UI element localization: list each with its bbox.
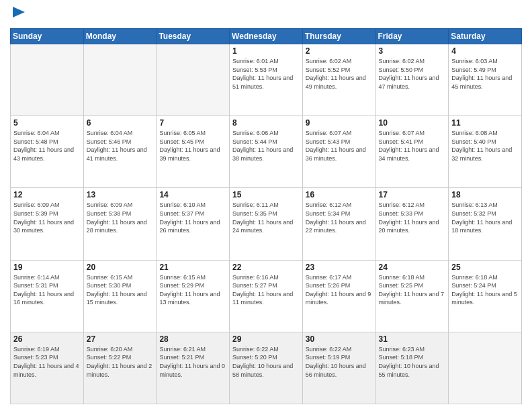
day-info: Sunrise: 6:14 AMSunset: 5:31 PMDaylight:… (13, 273, 81, 307)
day-number: 3 (379, 46, 446, 56)
day-number: 6 (87, 118, 154, 128)
day-info: Sunrise: 6:05 AMSunset: 5:45 PMDaylight:… (159, 129, 226, 163)
calendar-cell: 17Sunrise: 6:12 AMSunset: 5:33 PMDayligh… (375, 188, 449, 260)
calendar-cell: 9Sunrise: 6:07 AMSunset: 5:43 PMDaylight… (302, 116, 375, 188)
day-number: 18 (451, 190, 519, 199)
day-info: Sunrise: 6:04 AMSunset: 5:48 PMDaylight:… (13, 129, 81, 163)
calendar-cell: 22Sunrise: 6:16 AMSunset: 5:27 PMDayligh… (230, 260, 303, 332)
weekday-sunday: Sunday (11, 29, 84, 44)
calendar-cell: 21Sunrise: 6:15 AMSunset: 5:29 PMDayligh… (157, 260, 230, 332)
day-info: Sunrise: 6:20 AMSunset: 5:22 PMDaylight:… (87, 345, 154, 379)
calendar-cell: 29Sunrise: 6:22 AMSunset: 5:20 PMDayligh… (230, 332, 303, 404)
calendar-cell: 24Sunrise: 6:18 AMSunset: 5:25 PMDayligh… (375, 260, 449, 332)
day-number: 14 (159, 190, 226, 199)
day-number: 31 (379, 334, 446, 344)
calendar-cell (83, 44, 157, 116)
day-info: Sunrise: 6:15 AMSunset: 5:30 PMDaylight:… (87, 273, 154, 307)
weekday-monday: Monday (83, 29, 157, 44)
day-number: 7 (159, 118, 226, 128)
day-info: Sunrise: 6:08 AMSunset: 5:40 PMDaylight:… (451, 129, 519, 163)
calendar-cell: 16Sunrise: 6:12 AMSunset: 5:34 PMDayligh… (302, 188, 375, 260)
day-number: 1 (232, 46, 300, 56)
svg-marker-0 (13, 7, 25, 17)
day-info: Sunrise: 6:16 AMSunset: 5:27 PMDaylight:… (232, 273, 300, 307)
calendar-week-row: 12Sunrise: 6:09 AMSunset: 5:39 PMDayligh… (11, 188, 522, 260)
calendar-cell: 20Sunrise: 6:15 AMSunset: 5:30 PMDayligh… (83, 260, 157, 332)
day-number: 28 (159, 334, 226, 344)
calendar-cell: 11Sunrise: 6:08 AMSunset: 5:40 PMDayligh… (449, 116, 522, 188)
calendar-cell: 26Sunrise: 6:19 AMSunset: 5:23 PMDayligh… (11, 332, 84, 404)
calendar-cell: 1Sunrise: 6:01 AMSunset: 5:53 PMDaylight… (230, 44, 303, 116)
calendar-cell: 12Sunrise: 6:09 AMSunset: 5:39 PMDayligh… (11, 188, 84, 260)
calendar-cell: 2Sunrise: 6:02 AMSunset: 5:52 PMDaylight… (302, 44, 375, 116)
day-number: 20 (87, 263, 154, 272)
day-info: Sunrise: 6:18 AMSunset: 5:24 PMDaylight:… (451, 273, 519, 307)
calendar-cell: 6Sunrise: 6:04 AMSunset: 5:46 PMDaylight… (83, 116, 157, 188)
day-number: 26 (13, 334, 81, 344)
calendar-week-row: 1Sunrise: 6:01 AMSunset: 5:53 PMDaylight… (11, 44, 522, 116)
day-number: 29 (232, 334, 300, 344)
day-info: Sunrise: 6:23 AMSunset: 5:18 PMDaylight:… (379, 345, 446, 379)
calendar-cell: 14Sunrise: 6:10 AMSunset: 5:37 PMDayligh… (157, 188, 230, 260)
day-info: Sunrise: 6:21 AMSunset: 5:21 PMDaylight:… (159, 345, 226, 379)
calendar-cell: 10Sunrise: 6:07 AMSunset: 5:41 PMDayligh… (375, 116, 449, 188)
weekday-header-row: SundayMondayTuesdayWednesdayThursdayFrid… (11, 29, 522, 44)
calendar-table: SundayMondayTuesdayWednesdayThursdayFrid… (10, 28, 522, 404)
day-number: 12 (13, 190, 81, 199)
weekday-wednesday: Wednesday (230, 29, 303, 44)
day-info: Sunrise: 6:18 AMSunset: 5:25 PMDaylight:… (379, 273, 446, 307)
calendar-cell: 27Sunrise: 6:20 AMSunset: 5:22 PMDayligh… (83, 332, 157, 404)
day-number: 27 (87, 334, 154, 344)
day-number: 13 (87, 190, 154, 199)
calendar-cell (449, 332, 522, 404)
calendar-cell (157, 44, 230, 116)
day-info: Sunrise: 6:10 AMSunset: 5:37 PMDaylight:… (159, 201, 226, 234)
day-info: Sunrise: 6:15 AMSunset: 5:29 PMDaylight:… (159, 273, 226, 307)
day-info: Sunrise: 6:04 AMSunset: 5:46 PMDaylight:… (87, 129, 154, 163)
calendar-cell: 25Sunrise: 6:18 AMSunset: 5:24 PMDayligh… (449, 260, 522, 332)
day-number: 30 (306, 334, 373, 344)
weekday-saturday: Saturday (449, 29, 522, 44)
calendar-cell: 30Sunrise: 6:22 AMSunset: 5:19 PMDayligh… (302, 332, 375, 404)
calendar-page: SundayMondayTuesdayWednesdayThursdayFrid… (0, 0, 532, 411)
day-info: Sunrise: 6:07 AMSunset: 5:43 PMDaylight:… (306, 129, 373, 163)
weekday-tuesday: Tuesday (157, 29, 230, 44)
day-info: Sunrise: 6:01 AMSunset: 5:53 PMDaylight:… (232, 57, 300, 91)
day-number: 4 (451, 46, 519, 56)
calendar-cell: 4Sunrise: 6:03 AMSunset: 5:49 PMDaylight… (449, 44, 522, 116)
calendar-cell: 18Sunrise: 6:13 AMSunset: 5:32 PMDayligh… (449, 188, 522, 260)
day-number: 17 (379, 190, 446, 199)
day-info: Sunrise: 6:06 AMSunset: 5:44 PMDaylight:… (232, 129, 300, 163)
calendar-cell: 5Sunrise: 6:04 AMSunset: 5:48 PMDaylight… (11, 116, 84, 188)
day-number: 22 (232, 263, 300, 272)
calendar-week-row: 5Sunrise: 6:04 AMSunset: 5:48 PMDaylight… (11, 116, 522, 188)
day-number: 15 (232, 190, 300, 199)
day-info: Sunrise: 6:09 AMSunset: 5:38 PMDaylight:… (87, 201, 154, 234)
day-number: 23 (306, 263, 373, 272)
day-info: Sunrise: 6:12 AMSunset: 5:33 PMDaylight:… (379, 201, 446, 234)
calendar-cell: 8Sunrise: 6:06 AMSunset: 5:44 PMDaylight… (230, 116, 303, 188)
day-info: Sunrise: 6:11 AMSunset: 5:35 PMDaylight:… (232, 201, 300, 234)
calendar-cell: 31Sunrise: 6:23 AMSunset: 5:18 PMDayligh… (375, 332, 449, 404)
calendar-cell (11, 44, 84, 116)
header (10, 7, 522, 24)
day-info: Sunrise: 6:17 AMSunset: 5:26 PMDaylight:… (306, 273, 373, 307)
day-number: 24 (379, 263, 446, 272)
logo (10, 7, 26, 24)
day-number: 21 (159, 263, 226, 272)
calendar-cell: 19Sunrise: 6:14 AMSunset: 5:31 PMDayligh… (11, 260, 84, 332)
day-info: Sunrise: 6:02 AMSunset: 5:50 PMDaylight:… (379, 57, 446, 91)
logo-flag-icon (11, 7, 26, 19)
day-number: 16 (306, 190, 373, 199)
day-number: 19 (13, 263, 81, 272)
calendar-cell: 13Sunrise: 6:09 AMSunset: 5:38 PMDayligh… (83, 188, 157, 260)
day-info: Sunrise: 6:03 AMSunset: 5:49 PMDaylight:… (451, 57, 519, 91)
day-info: Sunrise: 6:02 AMSunset: 5:52 PMDaylight:… (306, 57, 373, 91)
day-number: 2 (306, 46, 373, 56)
calendar-cell: 23Sunrise: 6:17 AMSunset: 5:26 PMDayligh… (302, 260, 375, 332)
day-number: 25 (451, 263, 519, 272)
day-info: Sunrise: 6:13 AMSunset: 5:32 PMDaylight:… (451, 201, 519, 234)
weekday-friday: Friday (375, 29, 449, 44)
day-number: 8 (232, 118, 300, 128)
calendar-week-row: 26Sunrise: 6:19 AMSunset: 5:23 PMDayligh… (11, 332, 522, 404)
